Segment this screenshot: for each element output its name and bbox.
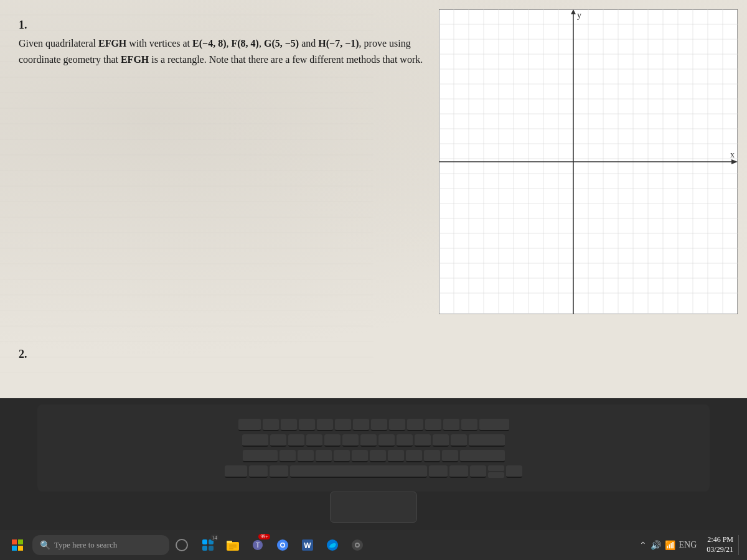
key-fn [449,465,468,478]
key-period [424,450,440,462]
win-sq-1 [12,539,17,544]
teams-icon[interactable]: T 99+ [247,534,269,556]
key-r [317,419,333,431]
key-comma [406,450,422,462]
key-alt-r [429,465,448,478]
clock-time: 2:46 PM [707,535,733,545]
key-q [263,419,279,431]
taskbar: 🔍 Type here to search 14 [0,530,747,560]
key-z [280,450,296,462]
search-icon: 🔍 [40,540,50,551]
teams-badge: 99+ [258,534,270,539]
clock-date: 03/29/21 [707,545,733,555]
document-area: 1. Given quadrilateral EFGH with vertice… [0,0,747,398]
system-tray: ⌃ 🔊 📶 ENG [634,540,702,551]
touchpad[interactable] [330,492,417,523]
efgh-label: EFGH [98,38,126,49]
key-slash [442,450,458,462]
key-down [488,472,504,478]
widgets-icon[interactable]: 14 [197,534,219,556]
vertex-h: H(−7, −1) [318,38,359,49]
key-left [470,465,486,478]
key-m [388,450,404,462]
file-explorer-svg [226,538,240,552]
language-indicator[interactable]: ENG [679,540,697,550]
keyboard-area [37,404,710,492]
file-explorer-icon[interactable] [222,534,244,556]
svg-point-60 [356,544,359,546]
edge-icon[interactable] [321,534,344,556]
key-e [299,419,315,431]
key-shift-r [460,450,505,462]
key-caps [242,434,268,447]
vertex-f: F(8, 4) [232,38,259,49]
key-bracket-r [461,419,477,431]
show-desktop-button[interactable] [738,535,742,555]
widgets-number: 14 [210,534,218,541]
key-shift-l [243,450,278,462]
x-axis-label: x [730,150,735,159]
clock-area[interactable]: 2:46 PM 03/29/21 [707,535,733,554]
key-u [371,419,387,431]
key-b [352,450,368,462]
vertex-g: G(5, −5) [264,38,299,49]
win-sq-3 [12,546,17,551]
tray-expand-icon[interactable]: ⌃ [639,540,647,551]
keyboard-row-3 [243,450,505,462]
start-button[interactable] [5,533,30,558]
key-quote [451,434,467,447]
svg-rect-41 [202,539,207,544]
key-x [298,450,314,462]
windows-logo [12,539,23,551]
key-win [249,465,268,478]
word-svg: W [301,538,314,552]
key-backslash [479,419,509,431]
keyboard-row-4 [225,465,522,478]
key-p [425,419,441,431]
keyboard-row-2 [242,434,505,447]
y-axis-label: y [577,11,581,20]
key-tab [238,419,261,431]
key-v [334,450,350,462]
task-view-button[interactable] [172,535,192,555]
efgh-label-2: EFGH [121,54,149,65]
speaker-icon[interactable]: 🔊 [651,540,661,551]
vertex-e: E(−4, 8) [192,38,226,49]
key-right [506,465,522,478]
key-updown [488,465,504,478]
keyboard-row-1 [238,419,509,431]
key-s [288,434,304,447]
key-space [290,465,427,478]
key-d [306,434,322,447]
network-icon[interactable]: 📶 [665,540,675,551]
key-w [281,419,297,431]
graph-container: x y [439,9,738,314]
key-y [353,419,369,431]
svg-rect-44 [209,546,214,551]
search-bar[interactable]: 🔍 Type here to search [32,535,169,555]
taskbar-right: ⌃ 🔊 📶 ENG 2:46 PM 03/29/21 [634,535,742,555]
key-c [316,450,332,462]
key-l [415,434,431,447]
key-a [270,434,286,447]
svg-text:W: W [304,541,311,550]
key-g [342,434,359,447]
browser-svg [276,538,289,552]
browser-icon[interactable] [271,534,294,556]
key-bracket-l [443,419,459,431]
taskbar-apps: 14 T 99+ [197,534,369,556]
word-icon[interactable]: W [296,534,319,556]
settings-app-icon[interactable] [346,534,369,556]
laptop-bottom [0,398,747,530]
problem-2-number: 2. [19,348,27,361]
settings-svg [350,538,364,552]
key-semicolon [433,434,449,447]
key-i [389,419,405,431]
svg-rect-43 [202,546,207,551]
key-h [360,434,377,447]
teams-svg: T [251,538,265,552]
key-j [378,434,395,447]
edge-svg [326,538,339,552]
key-ctrl [225,465,247,478]
search-placeholder: Type here to search [54,540,117,550]
